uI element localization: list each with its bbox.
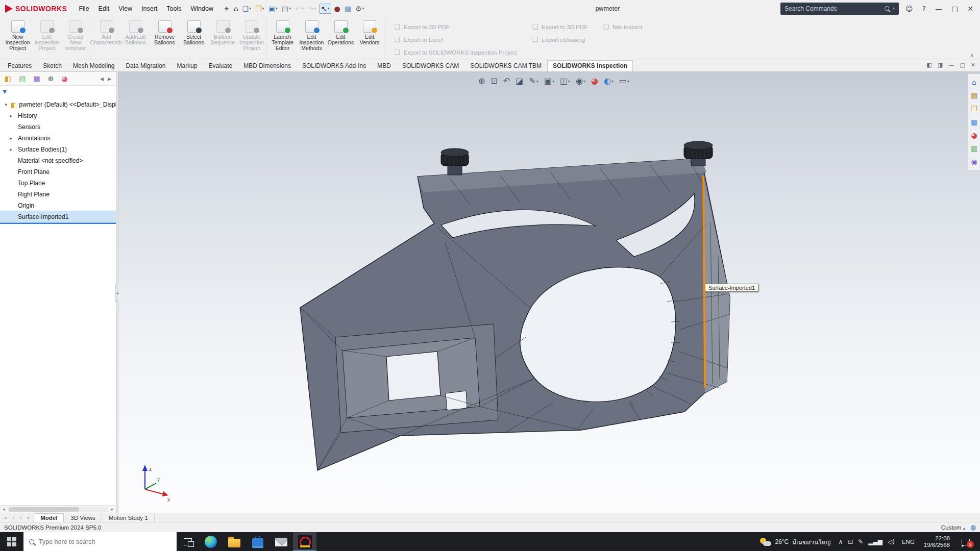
custom-view-selector[interactable]: Custom ▴ — [941, 524, 965, 531]
tab-solidworks-cam[interactable]: SOLIDWORKS CAM — [397, 60, 464, 71]
display-tray-icon[interactable]: ⊡ — [845, 538, 855, 546]
remove-balloons-button[interactable]: Remove Balloons — [150, 19, 179, 60]
search-icon[interactable] — [885, 6, 889, 11]
tree-item-annotations[interactable]: ▸Annotations — [0, 133, 116, 144]
export-swip-button[interactable]: ❏Export to SOLIDWORKS Inspection Project — [394, 48, 517, 56]
pane-left-icon[interactable]: ◧ — [925, 61, 934, 69]
network-icon[interactable]: ▂▄▆ — [866, 538, 885, 546]
mail-icon[interactable] — [270, 532, 293, 551]
file-explorer-pane-icon[interactable]: ❒ — [969, 104, 979, 113]
file-properties-icon[interactable]: ▥ — [343, 4, 353, 13]
language-indicator[interactable]: ENG — [898, 539, 919, 545]
update-inspection-project-button[interactable]: Update Inspection Project — [237, 19, 266, 60]
design-library-icon[interactable]: ▤ — [969, 91, 979, 100]
launch-template-editor-button[interactable]: Launch Template Editor — [268, 19, 297, 60]
new-document-icon[interactable]: ❏▾ — [241, 4, 253, 13]
tab-markup[interactable]: Markup — [171, 60, 203, 71]
open-icon[interactable]: ❒▾ — [254, 4, 266, 13]
export-excel-button[interactable]: ❏Export to Excel — [394, 36, 517, 43]
microsoft-store-icon[interactable] — [246, 532, 270, 551]
tab-sketch[interactable]: Sketch — [37, 60, 67, 71]
tree-item-front-plane[interactable]: Front Plane — [0, 166, 116, 178]
options-gear-icon[interactable]: ⚙▾ — [354, 4, 366, 13]
menu-tools[interactable]: Tools — [162, 4, 186, 14]
collapse-ribbon-icon[interactable]: ∧ — [970, 53, 974, 58]
last-icon[interactable]: » — [25, 514, 31, 521]
pen-tray-icon[interactable]: ✎ — [855, 538, 866, 546]
tab-right-icon[interactable]: ▸ — [106, 74, 113, 83]
expand-arrow-icon[interactable]: ▸ — [8, 113, 14, 118]
start-button[interactable] — [0, 532, 23, 551]
tree-item-surface-bodies[interactable]: ▸Surface Bodies(1) — [0, 144, 116, 155]
new-inspection-project-button[interactable]: New Inspection Project — [3, 19, 32, 60]
search-caret-icon[interactable]: ▾ — [893, 6, 895, 11]
displaymanager-icon[interactable]: ◕ — [60, 74, 69, 83]
search-input[interactable] — [39, 538, 171, 545]
next-icon[interactable]: › — [18, 514, 23, 521]
export-3d-pdf-button[interactable]: ❏Export to 3D PDF — [532, 23, 587, 31]
export-2d-pdf-button[interactable]: ❏Export to 2D PDF — [394, 23, 517, 31]
expand-arrow-icon[interactable]: ▸ — [8, 136, 14, 141]
menu-window[interactable]: Window — [186, 4, 217, 14]
taskbar-search[interactable] — [23, 532, 177, 551]
3d-model-canvas[interactable]: z x y — [118, 72, 980, 513]
zoom-fit-icon[interactable]: ⊕ — [477, 76, 486, 86]
tab-solidworks-add-ins[interactable]: SOLIDWORKS Add-Ins — [297, 60, 372, 71]
minimize-pane-icon[interactable]: — — [947, 61, 955, 69]
model-tab[interactable]: Model — [34, 513, 64, 522]
scroll-right-icon[interactable]: ▸ — [108, 507, 116, 512]
tab-data-migration[interactable]: Data Migration — [120, 60, 171, 71]
tab-left-icon[interactable]: ◂ — [99, 74, 105, 83]
forum-icon[interactable]: ◉ — [969, 157, 978, 166]
user-account-icon[interactable]: ☺ — [902, 4, 917, 14]
edit-inspection-methods-button[interactable]: Edit Inspection Methods — [297, 19, 326, 60]
hide-show-icon[interactable]: ◉▾ — [574, 76, 587, 86]
configurationmanager-icon[interactable]: ▦ — [32, 74, 41, 83]
menu-file[interactable]: File — [74, 4, 93, 14]
cylinder-boss-left[interactable] — [441, 148, 469, 175]
weather-widget[interactable]: 26°C มีเมฆส่วนใหญ่ — [755, 537, 835, 547]
menu-view[interactable]: View — [114, 4, 137, 14]
tree-item-top-plane[interactable]: Top Plane — [0, 178, 116, 189]
propertymanager-icon[interactable]: ▤ — [17, 74, 27, 83]
appearances-icon[interactable]: ◕ — [969, 131, 978, 140]
export-edrawing-button[interactable]: ❏Export eDrawing — [532, 36, 587, 43]
tree-root-part[interactable]: ▾ ◧ pwmeter (Default) <<Default>_Display — [0, 99, 116, 110]
previous-view-icon[interactable]: ↶ — [502, 76, 511, 86]
scroll-left-icon[interactable]: ◂ — [0, 507, 8, 512]
view-settings-icon[interactable]: ▭▾ — [618, 76, 631, 86]
edit-appearance-icon[interactable]: ◕ — [590, 76, 600, 86]
tree-item-right-plane[interactable]: Right Plane — [0, 189, 116, 200]
custom-properties-icon[interactable]: ▥ — [969, 144, 979, 153]
edit-operations-button[interactable]: Edit Operations — [326, 19, 355, 60]
volume-icon[interactable]: ◁) — [885, 538, 897, 546]
select-icon[interactable]: ↖▾ — [319, 4, 332, 14]
net-inspect-button[interactable]: ❏Net-Inspect — [603, 23, 642, 31]
chevron-up-icon[interactable]: ∧ — [836, 538, 845, 546]
home-icon[interactable]: ⌂ — [232, 4, 240, 13]
tree-item-surface-imported1[interactable]: Surface-Imported1 — [0, 211, 116, 222]
featuremanager-icon[interactable]: ◧ — [3, 74, 13, 83]
close-pane-icon[interactable]: ✕ — [969, 61, 977, 69]
solidworks-icon[interactable] — [293, 532, 316, 551]
tree-item-history[interactable]: ▸History — [0, 110, 116, 121]
rollback-bar[interactable] — [0, 222, 116, 224]
create-new-template-button[interactable]: Create New template — [61, 19, 90, 60]
select-balloons-button[interactable]: Select Balloons — [179, 19, 208, 60]
motion-study-tab[interactable]: Motion Study 1 — [102, 513, 155, 522]
save-icon[interactable]: ▣▾ — [267, 4, 279, 13]
restore-pane-icon[interactable]: ▢ — [958, 61, 966, 69]
maximize-window-icon[interactable]: ▢ — [948, 4, 962, 14]
dimxpertmanager-icon[interactable]: ⊕ — [46, 74, 56, 83]
first-icon[interactable]: « — [3, 514, 9, 521]
prev-icon[interactable]: ‹ — [11, 514, 16, 521]
print-icon[interactable]: ▤▾ — [280, 4, 292, 13]
tab-mbd[interactable]: MBD — [372, 60, 397, 71]
balloon-sequence-button[interactable]: Balloon Sequence — [208, 19, 237, 60]
view-orientation-icon[interactable]: ▣▾ — [543, 76, 556, 86]
taskbar-clock[interactable]: 22:08 19/6/2568 — [919, 535, 954, 548]
search-commands-box[interactable]: Search Commands ▾ — [780, 3, 899, 15]
expand-arrow-icon[interactable]: ▾ — [3, 102, 9, 107]
undo-icon[interactable]: ↶▾ — [293, 4, 305, 13]
minimize-window-icon[interactable]: — — [932, 4, 946, 14]
